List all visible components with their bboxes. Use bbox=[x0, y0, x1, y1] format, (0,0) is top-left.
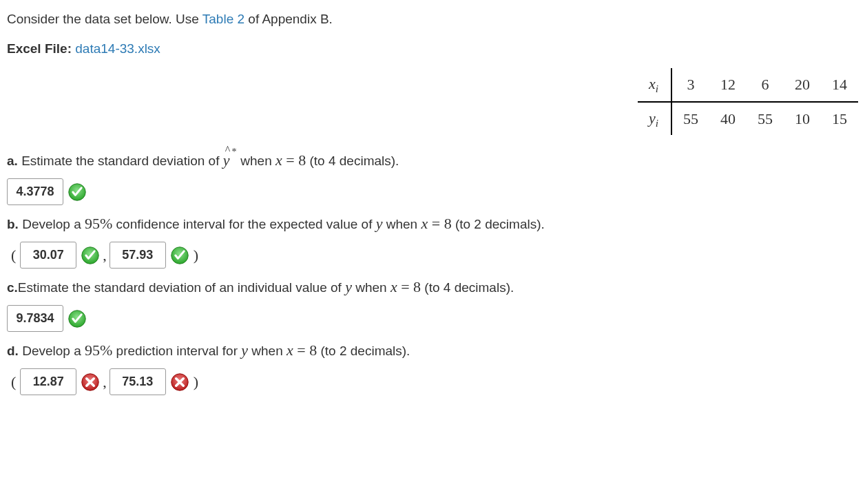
table-cell: 14 bbox=[821, 68, 858, 102]
excel-file-label: Excel File: bbox=[7, 41, 75, 56]
check-icon bbox=[170, 246, 189, 265]
table-cell: 55 bbox=[747, 102, 784, 136]
cross-icon bbox=[81, 372, 100, 392]
question-c: c.Estimate the standard deviation of an … bbox=[7, 275, 858, 298]
pct-95: 95% bbox=[85, 342, 112, 359]
open-paren: ( bbox=[7, 244, 20, 266]
answer-a-row: 4.3778 bbox=[7, 178, 858, 205]
answer-c-input[interactable]: 9.7834 bbox=[7, 305, 63, 332]
q-text-d-mid: prediction interval for bbox=[112, 344, 241, 358]
intro-suffix: of Appendix B. bbox=[244, 12, 333, 26]
pct-95: 95% bbox=[85, 215, 112, 232]
answer-a-input[interactable]: 4.3778 bbox=[7, 178, 63, 205]
answer-c-row: 9.7834 bbox=[7, 305, 858, 332]
question-a: a. Estimate the standard deviation of y^… bbox=[7, 149, 858, 171]
excel-file-link[interactable]: data14-33.xlsx bbox=[75, 41, 160, 56]
q-label-b: b. bbox=[7, 217, 19, 231]
q-text-a-pre: Estimate the standard deviation of bbox=[18, 154, 223, 168]
check-icon bbox=[67, 182, 87, 202]
y-var: y bbox=[241, 342, 248, 359]
intro-text: Consider the data set below. Use Table 2… bbox=[7, 10, 858, 30]
q-paren-b: (to 2 decimals). bbox=[452, 217, 545, 231]
comma: , bbox=[100, 370, 110, 393]
answer-b-row: ( 30.07 , 57.93 ) bbox=[7, 242, 858, 269]
close-paren: ) bbox=[189, 244, 202, 266]
q-text-c: Estimate the standard deviation of an in… bbox=[18, 280, 345, 295]
q-paren-a: (to 4 decimals). bbox=[306, 154, 399, 168]
q-label-c: c. bbox=[7, 280, 18, 295]
cross-icon bbox=[170, 372, 189, 392]
q-label-d: d. bbox=[7, 344, 19, 358]
yi-header: yi bbox=[638, 102, 671, 136]
table-cell: 10 bbox=[784, 102, 821, 136]
data-table: xi 3 12 6 20 14 yi 55 40 55 10 15 bbox=[638, 68, 858, 135]
q-label-a: a. bbox=[7, 154, 18, 168]
question-d: d. Develop a 95% prediction interval for… bbox=[7, 339, 858, 361]
answer-b-hi-input[interactable]: 57.93 bbox=[110, 242, 166, 269]
comma: , bbox=[100, 244, 110, 266]
table-row: xi 3 12 6 20 14 bbox=[638, 68, 858, 102]
q-paren-c: (to 4 decimals). bbox=[421, 280, 514, 295]
question-b: b. Develop a 95% confidence interval for… bbox=[7, 212, 858, 235]
q-text-b-when: when bbox=[382, 217, 421, 231]
table-row: yi 55 40 55 10 15 bbox=[638, 102, 858, 136]
table-cell: 15 bbox=[821, 102, 858, 136]
check-icon bbox=[81, 246, 100, 265]
q-text-a-post: when bbox=[237, 154, 275, 168]
answer-d-row: ( 12.87 , 75.13 ) bbox=[7, 368, 858, 395]
open-paren: ( bbox=[7, 370, 20, 393]
table-cell: 12 bbox=[709, 68, 747, 102]
table-cell: 6 bbox=[747, 68, 784, 102]
table-cell: 40 bbox=[709, 102, 747, 136]
intro-prefix: Consider the data set below. Use bbox=[7, 12, 202, 26]
check-icon bbox=[67, 309, 87, 328]
x-equals-8: x bbox=[275, 151, 282, 169]
table-cell: 3 bbox=[671, 68, 709, 102]
answer-d-hi-input[interactable]: 75.13 bbox=[110, 368, 166, 395]
xi-header: xi bbox=[638, 68, 671, 102]
q-text-b-pre: Develop a bbox=[19, 217, 85, 231]
y-var: y bbox=[376, 215, 383, 232]
answer-d-lo-input[interactable]: 12.87 bbox=[20, 368, 76, 395]
table-cell: 20 bbox=[784, 68, 821, 102]
excel-file-line: Excel File: data14-33.xlsx bbox=[7, 39, 858, 59]
q-text-d-pre: Develop a bbox=[19, 344, 85, 358]
close-paren: ) bbox=[189, 370, 202, 393]
y-var: y bbox=[345, 278, 352, 295]
q-paren-d: (to 2 decimals). bbox=[317, 344, 410, 358]
yhat-symbol: y^* bbox=[223, 151, 230, 169]
table-cell: 55 bbox=[671, 102, 709, 136]
q-text-b-mid: confidence interval for the expected val… bbox=[112, 217, 375, 231]
answer-b-lo-input[interactable]: 30.07 bbox=[20, 242, 76, 269]
table2-link[interactable]: Table 2 bbox=[202, 12, 244, 26]
